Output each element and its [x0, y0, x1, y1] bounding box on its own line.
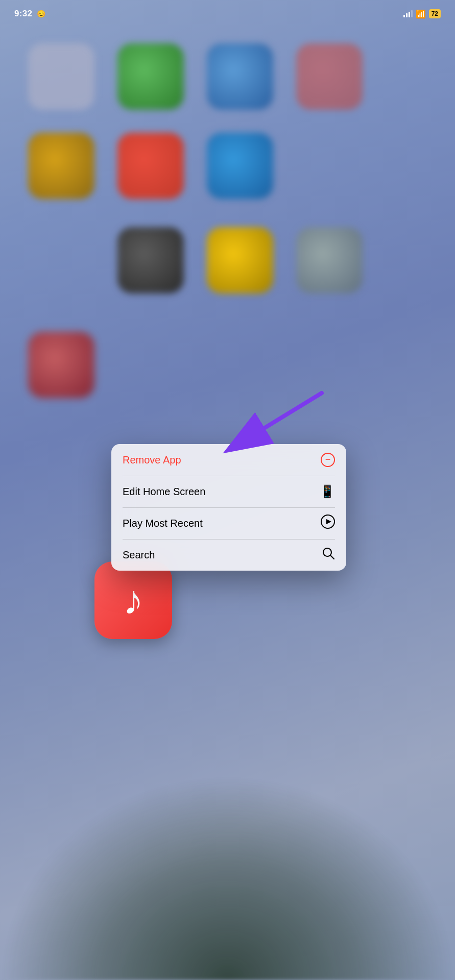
signal-bars — [403, 10, 413, 17]
edit-home-screen-icon: 📱 — [320, 484, 335, 499]
status-bar: 9:32 😊 📶 72 — [0, 0, 455, 28]
status-time: 9:32 — [14, 9, 32, 19]
context-menu: Remove App − Edit Home Screen 📱 Play Mos… — [111, 444, 346, 571]
search-icon — [322, 547, 335, 563]
menu-item-play-most-recent[interactable]: Play Most Recent — [111, 507, 346, 539]
music-note-icon: ♪ — [123, 577, 143, 624]
play-most-recent-label: Play Most Recent — [123, 518, 203, 529]
battery-indicator: 72 — [429, 9, 441, 18]
svg-line-3 — [330, 555, 334, 559]
play-most-recent-icon — [321, 514, 335, 532]
svg-marker-1 — [326, 519, 331, 524]
music-app-icon[interactable]: ♪ — [94, 561, 172, 639]
menu-item-search[interactable]: Search — [111, 539, 346, 571]
remove-app-label: Remove App — [123, 454, 181, 466]
menu-item-edit-home-screen[interactable]: Edit Home Screen 📱 — [111, 476, 346, 507]
remove-app-icon: − — [321, 453, 335, 467]
search-label: Search — [123, 549, 155, 561]
edit-home-screen-label: Edit Home Screen — [123, 486, 205, 498]
wifi-icon: 📶 — [416, 9, 426, 19]
status-emoji: 😊 — [37, 10, 45, 18]
battery-level: 72 — [432, 10, 438, 17]
menu-item-remove-app[interactable]: Remove App − — [111, 444, 346, 476]
status-right: 📶 72 — [403, 9, 441, 19]
